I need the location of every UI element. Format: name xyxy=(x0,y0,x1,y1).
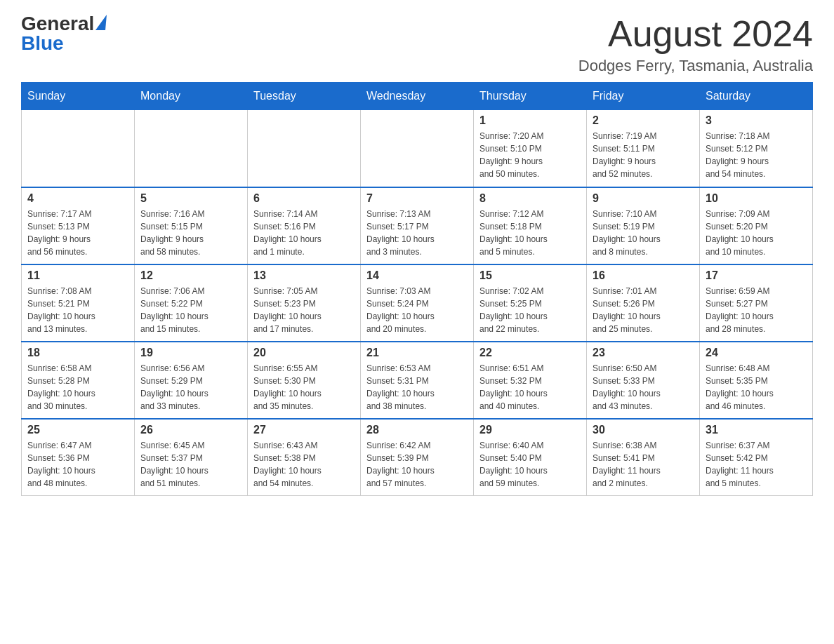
day-number: 25 xyxy=(27,424,128,436)
day-number: 16 xyxy=(593,269,694,282)
table-row: 17Sunrise: 6:59 AM Sunset: 5:27 PM Dayli… xyxy=(700,264,813,342)
day-info: Sunrise: 6:37 AM Sunset: 5:42 PM Dayligh… xyxy=(706,439,807,490)
table-row: 10Sunrise: 7:09 AM Sunset: 5:20 PM Dayli… xyxy=(700,187,813,264)
calendar-week-row: 18Sunrise: 6:58 AM Sunset: 5:28 PM Dayli… xyxy=(22,342,813,419)
table-row xyxy=(22,110,135,187)
day-info: Sunrise: 6:38 AM Sunset: 5:41 PM Dayligh… xyxy=(593,439,694,490)
col-thursday: Thursday xyxy=(474,83,587,110)
calendar-week-row: 4Sunrise: 7:17 AM Sunset: 5:13 PM Daylig… xyxy=(22,187,813,264)
table-row: 20Sunrise: 6:55 AM Sunset: 5:30 PM Dayli… xyxy=(248,342,361,419)
location-subtitle: Dodges Ferry, Tasmania, Australia xyxy=(578,57,813,75)
day-number: 12 xyxy=(140,269,241,282)
day-number: 13 xyxy=(253,269,355,282)
table-row: 13Sunrise: 7:05 AM Sunset: 5:23 PM Dayli… xyxy=(248,264,361,342)
table-row: 7Sunrise: 7:13 AM Sunset: 5:17 PM Daylig… xyxy=(361,187,474,264)
table-row: 1Sunrise: 7:20 AM Sunset: 5:10 PM Daylig… xyxy=(474,110,587,187)
col-monday: Monday xyxy=(135,83,248,110)
day-number: 24 xyxy=(706,347,807,359)
day-info: Sunrise: 7:18 AM Sunset: 5:12 PM Dayligh… xyxy=(706,130,807,180)
table-row: 18Sunrise: 6:58 AM Sunset: 5:28 PM Dayli… xyxy=(22,342,135,419)
col-tuesday: Tuesday xyxy=(248,83,361,110)
day-info: Sunrise: 7:12 AM Sunset: 5:18 PM Dayligh… xyxy=(479,208,581,258)
header: General Blue August 2024 Dodges Ferry, T… xyxy=(21,14,813,75)
logo: General Blue xyxy=(21,14,106,53)
table-row: 28Sunrise: 6:42 AM Sunset: 5:39 PM Dayli… xyxy=(361,419,474,496)
calendar-week-row: 25Sunrise: 6:47 AM Sunset: 5:36 PM Dayli… xyxy=(22,419,813,496)
day-number: 30 xyxy=(593,424,694,436)
table-row: 9Sunrise: 7:10 AM Sunset: 5:19 PM Daylig… xyxy=(587,187,700,264)
day-info: Sunrise: 6:50 AM Sunset: 5:33 PM Dayligh… xyxy=(593,362,694,412)
day-number: 19 xyxy=(140,347,241,359)
table-row: 6Sunrise: 7:14 AM Sunset: 5:16 PM Daylig… xyxy=(248,187,361,264)
day-info: Sunrise: 7:05 AM Sunset: 5:23 PM Dayligh… xyxy=(253,285,355,335)
day-number: 3 xyxy=(706,114,807,127)
day-number: 6 xyxy=(253,192,355,205)
day-info: Sunrise: 7:17 AM Sunset: 5:13 PM Dayligh… xyxy=(27,208,128,258)
col-saturday: Saturday xyxy=(700,83,813,110)
day-number: 1 xyxy=(479,114,581,127)
day-info: Sunrise: 7:08 AM Sunset: 5:21 PM Dayligh… xyxy=(27,285,128,335)
table-row: 15Sunrise: 7:02 AM Sunset: 5:25 PM Dayli… xyxy=(474,264,587,342)
col-wednesday: Wednesday xyxy=(361,83,474,110)
day-info: Sunrise: 7:09 AM Sunset: 5:20 PM Dayligh… xyxy=(706,208,807,258)
day-number: 4 xyxy=(27,192,128,205)
day-info: Sunrise: 6:40 AM Sunset: 5:40 PM Dayligh… xyxy=(479,439,581,490)
table-row: 29Sunrise: 6:40 AM Sunset: 5:40 PM Dayli… xyxy=(474,419,587,496)
col-sunday: Sunday xyxy=(22,83,135,110)
day-info: Sunrise: 6:53 AM Sunset: 5:31 PM Dayligh… xyxy=(366,362,468,412)
table-row: 22Sunrise: 6:51 AM Sunset: 5:32 PM Dayli… xyxy=(474,342,587,419)
day-number: 31 xyxy=(706,424,807,436)
day-info: Sunrise: 6:56 AM Sunset: 5:29 PM Dayligh… xyxy=(140,362,241,412)
table-row: 4Sunrise: 7:17 AM Sunset: 5:13 PM Daylig… xyxy=(22,187,135,264)
table-row: 3Sunrise: 7:18 AM Sunset: 5:12 PM Daylig… xyxy=(700,110,813,187)
day-number: 8 xyxy=(479,192,581,205)
day-number: 9 xyxy=(593,192,694,205)
table-row: 31Sunrise: 6:37 AM Sunset: 5:42 PM Dayli… xyxy=(700,419,813,496)
table-row: 16Sunrise: 7:01 AM Sunset: 5:26 PM Dayli… xyxy=(587,264,700,342)
col-friday: Friday xyxy=(587,83,700,110)
day-number: 10 xyxy=(706,192,807,205)
table-row xyxy=(135,110,248,187)
title-area: August 2024 Dodges Ferry, Tasmania, Aust… xyxy=(578,14,813,75)
calendar-week-row: 11Sunrise: 7:08 AM Sunset: 5:21 PM Dayli… xyxy=(22,264,813,342)
day-info: Sunrise: 7:10 AM Sunset: 5:19 PM Dayligh… xyxy=(593,208,694,258)
day-number: 21 xyxy=(366,347,468,359)
table-row: 2Sunrise: 7:19 AM Sunset: 5:11 PM Daylig… xyxy=(587,110,700,187)
day-number: 18 xyxy=(27,347,128,359)
day-info: Sunrise: 6:51 AM Sunset: 5:32 PM Dayligh… xyxy=(479,362,581,412)
day-number: 29 xyxy=(479,424,581,436)
day-info: Sunrise: 6:42 AM Sunset: 5:39 PM Dayligh… xyxy=(366,439,468,490)
day-number: 7 xyxy=(366,192,468,205)
table-row: 24Sunrise: 6:48 AM Sunset: 5:35 PM Dayli… xyxy=(700,342,813,419)
table-row: 27Sunrise: 6:43 AM Sunset: 5:38 PM Dayli… xyxy=(248,419,361,496)
logo-general-text: General xyxy=(21,14,106,34)
logo-blue-text: Blue xyxy=(21,34,64,53)
table-row: 25Sunrise: 6:47 AM Sunset: 5:36 PM Dayli… xyxy=(22,419,135,496)
table-row: 21Sunrise: 6:53 AM Sunset: 5:31 PM Dayli… xyxy=(361,342,474,419)
day-info: Sunrise: 6:48 AM Sunset: 5:35 PM Dayligh… xyxy=(706,362,807,412)
month-year-title: August 2024 xyxy=(578,14,813,54)
day-info: Sunrise: 6:45 AM Sunset: 5:37 PM Dayligh… xyxy=(140,439,241,490)
day-number: 15 xyxy=(479,269,581,282)
table-row: 19Sunrise: 6:56 AM Sunset: 5:29 PM Dayli… xyxy=(135,342,248,419)
calendar-table: Sunday Monday Tuesday Wednesday Thursday… xyxy=(21,82,813,496)
table-row: 23Sunrise: 6:50 AM Sunset: 5:33 PM Dayli… xyxy=(587,342,700,419)
day-number: 5 xyxy=(140,192,241,205)
table-row: 30Sunrise: 6:38 AM Sunset: 5:41 PM Dayli… xyxy=(587,419,700,496)
day-info: Sunrise: 7:16 AM Sunset: 5:15 PM Dayligh… xyxy=(140,208,241,258)
day-info: Sunrise: 6:59 AM Sunset: 5:27 PM Dayligh… xyxy=(706,285,807,335)
day-info: Sunrise: 6:55 AM Sunset: 5:30 PM Dayligh… xyxy=(253,362,355,412)
day-info: Sunrise: 7:03 AM Sunset: 5:24 PM Dayligh… xyxy=(366,285,468,335)
day-info: Sunrise: 7:13 AM Sunset: 5:17 PM Dayligh… xyxy=(366,208,468,258)
day-info: Sunrise: 7:06 AM Sunset: 5:22 PM Dayligh… xyxy=(140,285,241,335)
day-info: Sunrise: 7:14 AM Sunset: 5:16 PM Dayligh… xyxy=(253,208,355,258)
day-info: Sunrise: 7:02 AM Sunset: 5:25 PM Dayligh… xyxy=(479,285,581,335)
day-number: 17 xyxy=(706,269,807,282)
day-number: 28 xyxy=(366,424,468,436)
table-row: 26Sunrise: 6:45 AM Sunset: 5:37 PM Dayli… xyxy=(135,419,248,496)
day-info: Sunrise: 6:47 AM Sunset: 5:36 PM Dayligh… xyxy=(27,439,128,490)
day-number: 20 xyxy=(253,347,355,359)
day-info: Sunrise: 6:58 AM Sunset: 5:28 PM Dayligh… xyxy=(27,362,128,412)
day-number: 27 xyxy=(253,424,355,436)
day-info: Sunrise: 6:43 AM Sunset: 5:38 PM Dayligh… xyxy=(253,439,355,490)
